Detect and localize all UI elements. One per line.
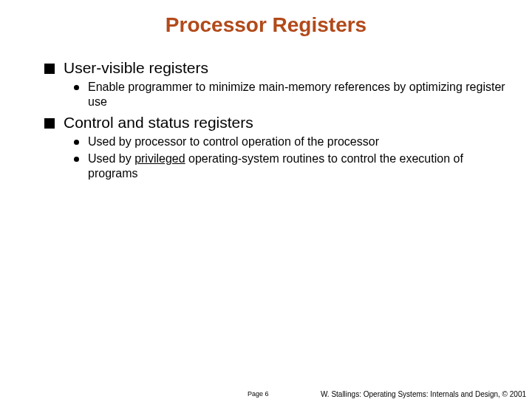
list-subitem-text: Used by processor to control operation o…: [88, 134, 379, 149]
list-subitem: Used by processor to control operation o…: [74, 134, 514, 149]
square-bullet-icon: [44, 64, 55, 74]
list-item-text: Control and status registers: [64, 114, 253, 132]
footer-attribution: W. Stallings: Operating Systems: Interna…: [321, 390, 526, 398]
list-subitem: Used by privileged operating-system rout…: [74, 151, 514, 181]
list-item: Control and status registers: [44, 114, 514, 132]
list-subitem-text: Enable programmer to minimize main-memor…: [88, 80, 514, 109]
list-item: User-visible registers: [44, 59, 514, 77]
list-subitem: Enable programmer to minimize main-memor…: [74, 80, 514, 109]
square-bullet-icon: [44, 118, 55, 129]
slide-content: User-visible registers Enable programmer…: [0, 59, 532, 181]
slide-title: Processor Registers: [0, 0, 532, 59]
list-subitem-text: Used by privileged operating-system rout…: [88, 151, 514, 181]
list-item-text: User-visible registers: [64, 59, 208, 77]
circle-bullet-icon: [74, 157, 79, 162]
circle-bullet-icon: [74, 85, 79, 90]
underlined-term: privileged: [134, 152, 185, 165]
circle-bullet-icon: [74, 140, 79, 145]
page-number: Page 6: [248, 390, 269, 398]
